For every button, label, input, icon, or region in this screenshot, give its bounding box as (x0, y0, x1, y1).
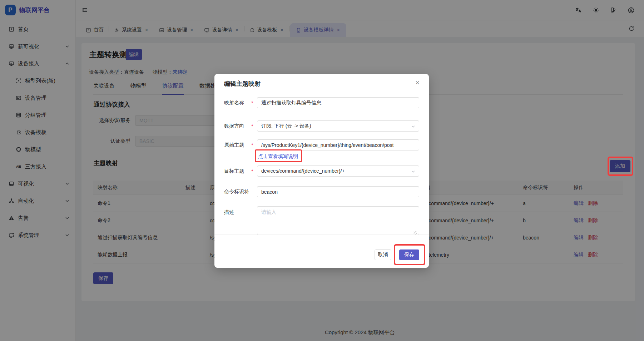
data-direction-value: 订阅: 下行 (云 -> 设备) (261, 123, 311, 129)
origin-topic-label: 原始主题 (224, 142, 251, 148)
origin-topic-input[interactable] (257, 139, 419, 150)
description-label: 描述 (224, 206, 251, 216)
required-mark: * (251, 142, 257, 148)
required-mark: * (251, 168, 257, 174)
data-direction-select[interactable]: 订阅: 下行 (云 -> 设备) (257, 120, 419, 132)
modal-footer-divider (214, 234, 429, 235)
modal-title: 编辑主题映射 (224, 80, 261, 88)
textarea-resize-handle[interactable] (413, 231, 417, 234)
mapping-name-label: 映射名称 (224, 100, 251, 106)
target-topic-label: 目标主题 (224, 168, 251, 174)
data-direction-row: 数据方向 * 订阅: 下行 (云 -> 设备) (224, 120, 419, 132)
edit-topic-mapping-modal: 编辑主题映射 × 映射名称 * 数据方向 * 订阅: 下行 (云 -> 设备) … (214, 74, 429, 268)
save-button[interactable]: 保存 (399, 249, 419, 260)
close-icon[interactable]: × (414, 78, 421, 87)
mapping-name-input[interactable] (257, 97, 419, 108)
target-topic-select[interactable]: devices/command/{device_number}/+ (257, 165, 419, 177)
chevron-down-icon (411, 125, 415, 128)
target-topic-row: 目标主题 * devices/command/{device_number}/+ (224, 165, 419, 177)
cancel-button[interactable]: 取消 (375, 249, 391, 260)
origin-topic-row: 原始主题 * (224, 139, 419, 150)
description-textarea[interactable] (257, 206, 419, 235)
fill-instructions-link[interactable]: 点击查看填写说明 (258, 153, 298, 160)
required-mark: * (251, 123, 257, 129)
command-id-label: 命令标识符 (224, 189, 251, 195)
description-row: 描述 (224, 206, 419, 235)
app-root: P 物联网平台 首页 新可视化 设备接入 模型列表(新) (0, 0, 644, 341)
mapping-name-row: 映射名称 * (224, 97, 419, 108)
command-id-row: 命令标识符 (224, 186, 419, 197)
data-direction-label: 数据方向 (224, 123, 251, 129)
chevron-down-icon (411, 170, 415, 173)
target-topic-value: devices/command/{device_number}/+ (261, 168, 345, 174)
required-mark: * (251, 100, 257, 106)
command-id-input[interactable] (257, 186, 419, 197)
